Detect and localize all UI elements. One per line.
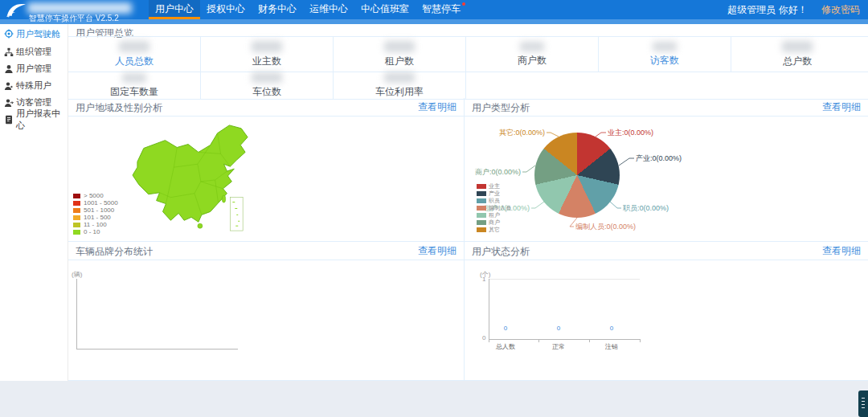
map-legend-item[interactable]: > 5000 bbox=[73, 192, 118, 199]
stat-label[interactable]: 访客数 bbox=[650, 54, 679, 67]
view-detail-link[interactable]: 查看明细 bbox=[822, 242, 861, 260]
stat-value-blurred bbox=[520, 42, 544, 51]
stat-label: 总户数 bbox=[783, 55, 812, 68]
stat-label: 租户数 bbox=[385, 55, 414, 68]
sidebar-item-user-reports[interactable]: 用户报表中心 bbox=[0, 111, 68, 128]
sidebar-item-label: 用户报表中心 bbox=[16, 108, 68, 132]
pie-legend-item[interactable]: 租户 bbox=[477, 211, 511, 219]
legend-swatch bbox=[73, 201, 80, 206]
nav-tab-user-center[interactable]: 用户中心 bbox=[149, 0, 200, 19]
legend-label: 其它 bbox=[489, 226, 500, 233]
panel-user-status: 用户状态分析 查看明细 (个) 1 0 0 0 0 总人数 正常 注销 bbox=[465, 241, 868, 381]
taiwan-shape bbox=[222, 195, 225, 202]
nav-tab-label: 智慧停车 bbox=[422, 3, 461, 14]
pie-legend-item[interactable]: 业主 bbox=[477, 182, 511, 190]
user-type-pie-chart[interactable] bbox=[534, 133, 620, 218]
legend-swatch bbox=[477, 184, 486, 189]
x-category: 注销 bbox=[587, 342, 637, 351]
bar-value: 0 bbox=[481, 325, 530, 332]
pie-label-establishment: 编制人员:0(0.00%) bbox=[575, 223, 636, 231]
map-legend-item[interactable]: 0 - 10 bbox=[73, 228, 118, 235]
stat-value-blurred bbox=[252, 72, 282, 83]
user-greeting: 超级管理员 你好！ bbox=[727, 4, 807, 15]
pie-label-owner: 业主:0(0.00%) bbox=[608, 129, 653, 137]
legend-swatch bbox=[73, 215, 80, 220]
stat-label: 业主数 bbox=[252, 55, 281, 68]
stat-value-blurred bbox=[384, 41, 415, 52]
main-content: 用户管理总览 人员总数 业主数 租户数 商户数 bbox=[68, 24, 868, 381]
pie-label-staff: 职员:0(0.00%) bbox=[623, 204, 669, 212]
stat-merchants: 商户数 bbox=[466, 37, 599, 72]
sidebar-item-user-cockpit[interactable]: 用户驾驶舱 bbox=[0, 24, 68, 43]
logo-icon bbox=[6, 2, 27, 18]
stat-value-blurred bbox=[782, 41, 813, 52]
legend-label: 职员 bbox=[489, 197, 500, 204]
stat-label: 车位数 bbox=[252, 85, 281, 99]
bar-value: 0 bbox=[534, 325, 583, 332]
stat-label: 商户数 bbox=[518, 54, 547, 67]
y-axis-unit: (辆) bbox=[72, 270, 82, 279]
legend-label: 租户 bbox=[489, 211, 500, 219]
nav-tab-ops-center[interactable]: 运维中心 bbox=[303, 0, 354, 19]
org-icon bbox=[4, 47, 14, 57]
nav-tab-label: 授权中心 bbox=[207, 3, 245, 14]
stat-label: 车位利用率 bbox=[375, 85, 424, 99]
china-map[interactable] bbox=[92, 118, 293, 237]
legend-label: 501 - 1000 bbox=[84, 206, 114, 214]
sidebar-item-special-users[interactable]: 特殊用户 bbox=[0, 77, 68, 94]
app-root: 智慧停车操作平台 V2.5.2 用户中心 授权中心 财务中心 运维中心 中心值班… bbox=[0, 0, 868, 417]
topbar-right: 超级管理员 你好！ 修改密码 bbox=[727, 0, 860, 19]
edge-help-widget[interactable] bbox=[858, 390, 868, 417]
sidebar-item-org-management[interactable]: 组织管理 bbox=[0, 43, 68, 60]
map-legend-item[interactable]: 11 - 100 bbox=[73, 221, 118, 228]
pie-legend-item[interactable]: 其它 bbox=[477, 226, 511, 233]
new-badge-dot bbox=[462, 2, 465, 6]
map-legend-item[interactable]: 101 - 500 bbox=[73, 214, 118, 221]
stat-label: 固定车数量 bbox=[110, 85, 158, 99]
legend-label: 业主 bbox=[489, 182, 500, 190]
legend-swatch bbox=[477, 227, 486, 232]
legend-swatch bbox=[73, 230, 80, 235]
stat-tenants: 租户数 bbox=[334, 37, 466, 72]
pie-legend-item[interactable]: 职员 bbox=[477, 197, 511, 204]
widget-grip-icon bbox=[862, 398, 865, 410]
view-detail-link[interactable]: 查看明细 bbox=[418, 242, 457, 260]
legend-label: > 5000 bbox=[84, 192, 104, 199]
legend-swatch bbox=[477, 191, 486, 196]
map-legend-item[interactable]: 1001 - 5000 bbox=[73, 199, 118, 206]
x-tick bbox=[640, 339, 641, 342]
x-category: 正常 bbox=[534, 342, 583, 351]
pie-legend-item[interactable]: 商户 bbox=[477, 219, 511, 226]
change-password-link[interactable]: 修改密码 bbox=[821, 4, 860, 15]
stat-value-blurred bbox=[384, 72, 415, 83]
nav-tab-finance-center[interactable]: 财务中心 bbox=[252, 0, 303, 19]
nav-tab-duty-room[interactable]: 中心值班室 bbox=[354, 0, 416, 19]
sidebar-item-user-management[interactable]: 用户管理 bbox=[0, 60, 68, 77]
pie-legend: 业主 产业 职员 编制人员 租户 bbox=[477, 182, 511, 233]
pie-legend-item[interactable]: 产业 bbox=[477, 190, 511, 197]
sidebar: 用户驾驶舱 组织管理 用户管理 特殊用户 bbox=[0, 24, 68, 381]
panel-title: 用户类型分析 bbox=[472, 102, 530, 113]
stat-total-households: 总户数 bbox=[731, 37, 864, 72]
legend-swatch bbox=[73, 223, 80, 227]
panel-header: 车辆品牌分布统计 查看明细 bbox=[68, 242, 464, 260]
x-axis-line bbox=[76, 349, 238, 350]
legend-swatch bbox=[477, 213, 486, 218]
nav-tab-smart-parking[interactable]: 智慧停车 bbox=[416, 0, 467, 19]
stat-value-blurred bbox=[122, 73, 146, 83]
stat-label[interactable]: 人员总数 bbox=[115, 55, 154, 68]
special-user-icon bbox=[4, 81, 14, 91]
nav-tab-label: 财务中心 bbox=[258, 3, 297, 14]
stat-fixed-cars: 固定车数量 bbox=[68, 72, 201, 99]
nav-tab-auth-center[interactable]: 授权中心 bbox=[200, 0, 252, 19]
view-detail-link[interactable]: 查看明细 bbox=[418, 98, 457, 116]
legend-swatch bbox=[477, 198, 486, 203]
stat-visitors: 访客数 bbox=[599, 37, 731, 72]
map-legend-item[interactable]: 501 - 1000 bbox=[73, 206, 118, 214]
pie-label-other: 其它:0(0.00%) bbox=[487, 129, 545, 137]
page-footer bbox=[0, 381, 868, 417]
view-detail-link[interactable]: 查看明细 bbox=[822, 98, 861, 116]
y-tick-1: 1 bbox=[482, 276, 485, 283]
sidebar-item-label: 用户驾驶舱 bbox=[16, 28, 60, 40]
pie-legend-item[interactable]: 编制人员 bbox=[477, 204, 511, 211]
